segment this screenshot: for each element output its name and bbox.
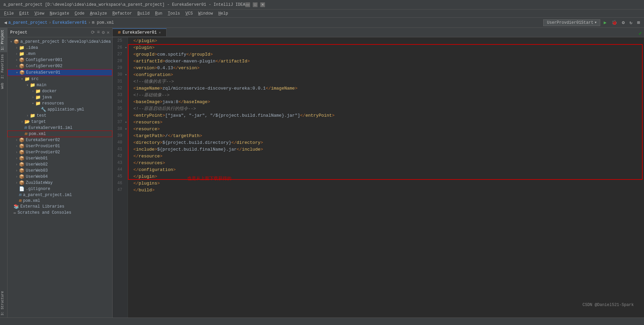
menu-item-tools[interactable]: Tools [165, 11, 183, 17]
breadcrumb-file[interactable]: m pom.xml [92, 20, 114, 25]
tree-item-UserProvdier02[interactable]: ›📦UserProvdier02 [7, 149, 112, 155]
gutter-indicator-30: ▾ [124, 71, 128, 78]
line-number-43[interactable]: 43 [113, 159, 124, 166]
line-number-30[interactable]: 30 [113, 71, 124, 78]
tab-project[interactable]: 1: Project [0, 28, 7, 52]
line-number-28[interactable]: 28 [113, 58, 124, 64]
line-number-25[interactable]: 25 [113, 37, 124, 44]
line-number-39[interactable]: 39 [113, 132, 124, 139]
tree-item-UserProvdier01[interactable]: ›📦UserProvdier01 [7, 143, 112, 149]
menu-item-help[interactable]: Help [215, 11, 231, 17]
line-number-29[interactable]: 29 [113, 64, 124, 71]
line-number-34[interactable]: 34 [113, 98, 124, 105]
line-number-41[interactable]: 41 [113, 146, 124, 153]
close-btn[interactable]: ✕ [260, 2, 265, 7]
tree-item-EurekaServer01.iml[interactable]: mEurekaServer01.iml [7, 125, 112, 131]
line-number-42[interactable]: 42 [113, 153, 124, 159]
back-icon[interactable]: ◀ [3, 19, 8, 26]
tree-item-pom.xml-eureka[interactable]: mpom.xml [7, 131, 112, 137]
breadcrumb-module[interactable]: EurekaServer01 [53, 20, 87, 25]
tree-item-UserWeb01[interactable]: ›📦UserWeb01 [7, 155, 112, 161]
maximize-btn[interactable]: □ [253, 2, 258, 7]
menu-item-file[interactable]: File [1, 11, 17, 17]
close-panel-icon[interactable]: ✕ [107, 30, 110, 35]
menu-item-edit[interactable]: Edit [17, 11, 32, 17]
tree-item-.gitignore[interactable]: 📄.gitignore [7, 186, 112, 192]
menu-item-build[interactable]: Build [135, 11, 152, 17]
menu-item-vcs[interactable]: VCS [183, 11, 196, 17]
tree-item-Scratches and Consoles[interactable]: ✏Scratches and Consoles [7, 210, 112, 216]
tree-item-.idea[interactable]: ›📁.idea [7, 45, 112, 51]
update-btn[interactable]: ↻ [628, 19, 633, 26]
tree-item-a_parent_project.iml[interactable]: ma_parent_project.iml [7, 192, 112, 198]
sync-icon[interactable]: ⟳ [91, 30, 95, 35]
main-layout: 1: Project 2: Favorites Web 3: Structure… [0, 28, 644, 318]
tab-close-icon[interactable]: ✕ [159, 31, 161, 35]
tree-item-java[interactable]: ›📁java [7, 94, 112, 100]
line-number-37[interactable]: 37 [113, 119, 124, 126]
tree-label-ConfigServer001: ConfigServer001 [26, 58, 62, 62]
tree-item-resources[interactable]: ▾📁resources [7, 100, 112, 107]
line-number-46[interactable]: 46 [113, 180, 124, 187]
line-number-36[interactable]: 36 [113, 112, 124, 119]
line-number-31[interactable]: 31 [113, 78, 124, 85]
tree-item-ConfigServer002[interactable]: ›📦ConfigServer002 [7, 63, 112, 69]
line-number-35[interactable]: 35 [113, 105, 124, 112]
tree-item-.mvn[interactable]: ›📁.mvn [7, 51, 112, 57]
line-number-32[interactable]: 32 [113, 85, 124, 92]
breadcrumb-nav: UserProvdier01Start ▼ ▶ 🐞 ⚙ ↻ ⊞ [543, 19, 641, 26]
tree-item-UserWeb03[interactable]: ›📦UserWeb03 [7, 168, 112, 174]
run-config[interactable]: UserProvdier01Start ▼ [543, 19, 600, 26]
menu-item-view[interactable]: View [32, 11, 47, 17]
tree-item-target[interactable]: ›📂target [7, 119, 112, 125]
tree-label-src: src [31, 77, 39, 81]
settings-icon[interactable]: ⚙ [102, 30, 105, 35]
collapse-icon[interactable]: ≡ [97, 30, 100, 35]
line-number-47[interactable]: 47 [113, 187, 124, 193]
menu-item-navigate[interactable]: Navigate [47, 11, 72, 17]
tab-structure[interactable]: 3: Structure [0, 289, 7, 318]
tree-label-main: main [37, 83, 46, 88]
breadcrumb-project[interactable]: a_parent_project [8, 20, 47, 25]
minimize-btn[interactable]: — [245, 2, 250, 7]
tree-item-EurekaServer01[interactable]: ▾📦EurekaServer01 [7, 69, 112, 76]
tree-item-main[interactable]: ▾📁main [7, 82, 112, 88]
layout-btn[interactable]: ⊞ [636, 19, 641, 26]
tree-icon-UserWeb01: 📦 [19, 156, 24, 161]
menu-item-refactor[interactable]: Refactor [110, 11, 135, 17]
editor-tab-active[interactable]: m EurekaServer01 ✕ [113, 28, 167, 36]
tree-item-src[interactable]: ▾📁src [7, 76, 112, 82]
line-number-33[interactable]: 33 [113, 92, 124, 98]
tab-favorites[interactable]: 2: Favorites [0, 52, 7, 81]
tree-item-ConfigServer001[interactable]: ›📦ConfigServer001 [7, 57, 112, 63]
tree-item-pom.xml[interactable]: mpom.xml [7, 198, 112, 204]
menu-item-code[interactable]: Code [72, 11, 87, 17]
debug-btn[interactable]: 🐞 [610, 19, 619, 26]
menu-item-analyze[interactable]: Analyze [87, 11, 110, 17]
line-number-38[interactable]: 38 [113, 126, 124, 132]
code-line-34: <baseImage>java:8</baseImage> [128, 98, 644, 105]
run-btn[interactable]: ▶ [602, 19, 608, 26]
tree-item-docker[interactable]: ›📁docker [7, 88, 112, 94]
more-btn[interactable]: ⚙ [621, 19, 626, 26]
tree-item-a_parent_project[interactable]: ▾📦a_parent_project D:\develop\idea\idea [7, 39, 112, 45]
menu-item-window[interactable]: Window [195, 11, 215, 17]
tree-item-UserWeb04[interactable]: ›📦UserWeb04 [7, 174, 112, 180]
menu-item-run[interactable]: Run [152, 11, 165, 17]
tree-item-ZuulGateWay[interactable]: ›📦ZuulGateWay [7, 180, 112, 186]
tree-item-External Libraries[interactable]: 📚External Libraries [7, 204, 112, 210]
tree-item-test[interactable]: ›📁test [7, 113, 112, 119]
line-number-45[interactable]: 45 [113, 173, 124, 180]
line-number-27[interactable]: 27 [113, 51, 124, 58]
run-config-label: UserProvdier01Start [547, 20, 593, 25]
tree-item-UserWeb02[interactable]: ›📦UserWeb02 [7, 161, 112, 168]
code-line-36: <entryPoint>["java", "-jar", "/${project… [128, 112, 644, 119]
tree-item-application.yml[interactable]: 🔧application.yml [7, 107, 112, 113]
line-number-26[interactable]: 26 [113, 44, 124, 51]
line-number-40[interactable]: 40 [113, 139, 124, 146]
tab-web[interactable]: Web [0, 81, 7, 91]
gutter-indicator-45 [124, 173, 128, 180]
tree-item-EurekaServer02[interactable]: ›📦EurekaServer02 [7, 137, 112, 143]
tree-icon-pom.xml-eureka: m [25, 131, 27, 136]
line-number-44[interactable]: 44 [113, 166, 124, 173]
